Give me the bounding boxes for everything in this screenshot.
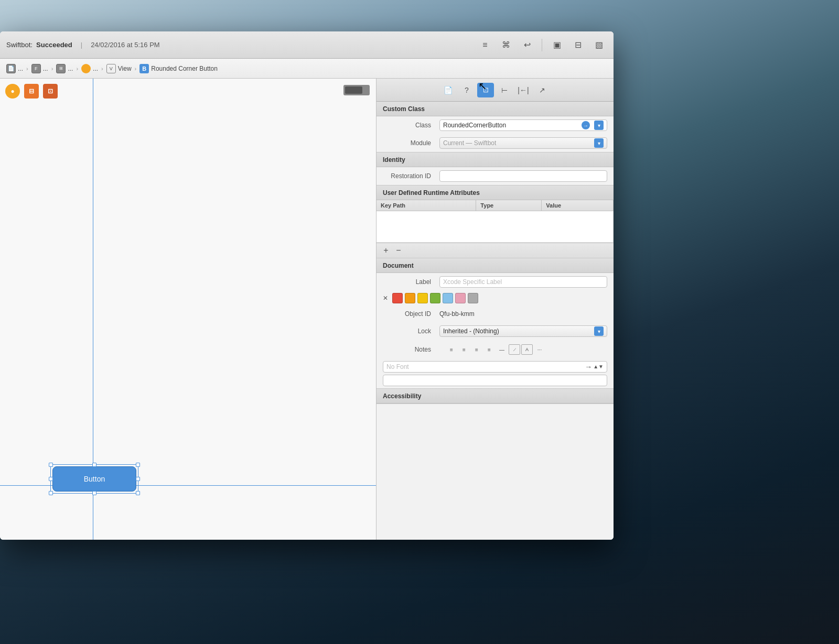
class-input[interactable]: RoundedCornerButton → ▾ (439, 119, 607, 131)
breadcrumb-file-icon: F (31, 64, 41, 73)
breadcrumb-item-2[interactable]: F ... (31, 64, 48, 73)
breadcrumb-text-5: View (118, 65, 132, 72)
notes-align-center[interactable]: ≡ (458, 344, 470, 355)
breadcrumb-item-4[interactable]: ... (81, 64, 98, 73)
swatch-green[interactable] (430, 293, 440, 303)
module-row: Module Current — Swiftbot ▾ (377, 134, 614, 152)
insp-help-icon[interactable]: ? (458, 83, 475, 97)
breadcrumb-item-6[interactable]: B Rounded Corner Button (139, 64, 218, 73)
titlebar-toolbar: ≡ ⌘ ↩ ▣ ⊟ ▧ (477, 37, 607, 53)
accessibility-header: Accessibility (377, 389, 614, 403)
restoration-id-input[interactable] (439, 170, 607, 182)
insp-connections-icon[interactable]: ↗ (534, 83, 551, 97)
notes-diagonal[interactable]: ⟋ (509, 344, 520, 355)
color-x-button[interactable]: ✕ (383, 294, 388, 302)
breadcrumb-item-3[interactable]: ⊞ ... (56, 64, 73, 73)
handle-bl[interactable] (49, 491, 53, 495)
breadcrumb-arrow-2: › (51, 66, 53, 72)
breadcrumb-title: Rounded Corner Button (151, 65, 218, 72)
class-arrow-btn[interactable]: → (582, 121, 590, 129)
module-dropdown[interactable]: Current — Swiftbot ▾ (439, 137, 607, 149)
swatch-orange[interactable] (405, 293, 415, 303)
status-divider: | (81, 41, 82, 49)
font-placeholder: No Font (386, 363, 409, 370)
notes-text-area[interactable] (383, 375, 607, 386)
identity-section: Identity Restoration ID (377, 152, 614, 185)
canvas-button-element[interactable]: Button (52, 466, 136, 492)
add-attribute-button[interactable]: + (381, 245, 391, 256)
breadcrumb-arrow-5: › (135, 66, 137, 72)
breadcrumb-item-5[interactable]: V View (106, 64, 132, 73)
notes-dash[interactable]: — (496, 344, 508, 355)
attr-table: Key Path Type Value (377, 200, 614, 243)
custom-class-title: Custom Class (383, 105, 425, 113)
swatch-yellow[interactable] (417, 293, 428, 303)
notes-justify[interactable]: ≡ (483, 344, 495, 355)
canvas-tool-red[interactable]: ⊡ (43, 84, 58, 99)
handle-mr[interactable] (136, 477, 140, 481)
notes-text[interactable]: A (521, 344, 533, 355)
back-icon[interactable]: ↩ (519, 37, 535, 53)
swatch-light-blue[interactable] (443, 293, 453, 303)
titlebar-status: Swiftbot: Succeeded | 24/02/2016 at 5:16… (6, 41, 160, 49)
canvas-tool-orange[interactable]: ⊟ (24, 84, 39, 99)
accessibility-title: Accessibility (383, 392, 421, 400)
status-value: Succeeded (36, 41, 72, 49)
module-value: Current — Swiftbot (443, 139, 496, 147)
notes-label: Notes (383, 346, 435, 353)
notes-toolbar: ≡ ≡ ≡ ≡ — ⟋ A ··· (439, 343, 607, 356)
notes-align-left[interactable]: ≡ (446, 344, 457, 355)
insp-attributes-icon[interactable]: ⊢ (496, 83, 513, 97)
module-dropdown-arrow[interactable]: ▾ (594, 138, 604, 148)
user-defined-header: User Defined Runtime Attributes (377, 185, 614, 200)
class-dropdown-arrow[interactable]: ▾ (594, 121, 604, 130)
swatch-gray[interactable] (468, 293, 478, 303)
link-icon[interactable]: ⌘ (498, 37, 514, 53)
breadcrumb-circle-icon (81, 64, 91, 73)
lock-value: Inherited - (Nothing) (443, 328, 499, 335)
breadcrumb-bar: 📄 ... › F ... › ⊞ ... › ... › V View › B… (0, 59, 614, 79)
inspector-toolbar: 📄 ? ⊡ ⊢ |←| ↗ (377, 79, 614, 102)
remove-attribute-button[interactable]: − (393, 245, 404, 256)
handle-br[interactable] (136, 491, 140, 495)
label-row: Label Xcode Specific Label (377, 273, 614, 291)
right-panel-icon[interactable]: ▧ (590, 37, 607, 53)
identity-title: Identity (383, 156, 405, 163)
font-arrow[interactable]: → (585, 363, 592, 371)
handle-tr[interactable] (136, 463, 140, 467)
label-field-label: Label (383, 278, 435, 286)
breadcrumb-button-icon: B (139, 64, 149, 73)
lines-icon[interactable]: ≡ (477, 37, 493, 53)
lock-dropdown[interactable]: Inherited - (Nothing) ▾ (439, 325, 607, 337)
canvas-battery (343, 85, 370, 95)
breadcrumb-arrow-1: › (26, 66, 28, 72)
bottom-panel-icon[interactable]: ⊟ (569, 37, 586, 53)
notes-more[interactable]: ··· (534, 344, 545, 355)
notes-align-right[interactable]: ≡ (471, 344, 482, 355)
lock-row: Lock Inherited - (Nothing) ▾ (377, 322, 614, 340)
col-keypath: Key Path (377, 200, 476, 211)
label-input[interactable]: Xcode Specific Label (439, 276, 607, 288)
breadcrumb-text-1: ... (18, 65, 23, 72)
font-stepper[interactable]: ▲▼ (593, 364, 604, 369)
document-title: Document (383, 262, 414, 269)
swatch-red[interactable] (392, 293, 403, 303)
lock-label: Lock (383, 328, 435, 335)
insp-identity-icon[interactable]: ⊡ (477, 83, 494, 97)
canvas-button-label: Button (84, 475, 105, 483)
status-label: Swiftbot: Succeeded (6, 41, 72, 49)
color-swatches-row: ✕ (377, 291, 614, 305)
insp-size-icon[interactable]: |←| (515, 83, 532, 97)
lock-dropdown-arrow[interactable]: ▾ (594, 326, 604, 336)
swatch-pink[interactable] (455, 293, 466, 303)
insp-file-icon[interactable]: 📄 (439, 83, 456, 97)
col-value: Value (542, 200, 614, 211)
font-select[interactable]: No Font → ▲▼ (383, 361, 607, 373)
class-value: RoundedCornerButton (443, 122, 579, 129)
breadcrumb-item-1[interactable]: 📄 ... (6, 64, 23, 73)
canvas-tool-yellow[interactable]: ● (5, 84, 20, 99)
standard-editor-icon[interactable]: ▣ (548, 37, 565, 53)
breadcrumb-arrow-4: › (101, 66, 103, 72)
font-controls: → ▲▼ (585, 363, 604, 371)
handle-tl[interactable] (49, 463, 53, 467)
